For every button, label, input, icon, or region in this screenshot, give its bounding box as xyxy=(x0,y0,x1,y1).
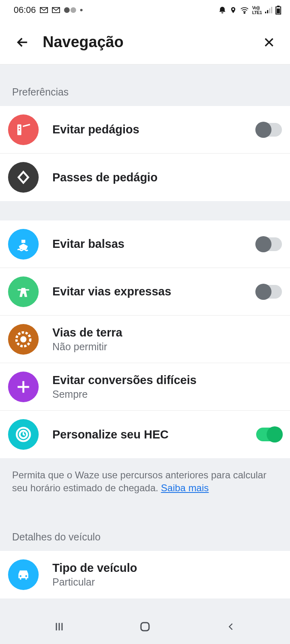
status-right: Vo))LTE1 xyxy=(218,5,281,15)
hec-description: Permita que o Waze use percursos anterio… xyxy=(0,458,290,499)
toggle-personalize-hec[interactable] xyxy=(256,428,282,441)
svg-rect-3 xyxy=(269,8,270,13)
prefs-group-2: Evitar balsas Evitar vias expressas Vias… xyxy=(0,220,290,458)
row-sublabel: Sempre xyxy=(52,388,282,400)
nav-back-button[interactable] xyxy=(219,619,243,635)
row-label: Evitar balsas xyxy=(52,237,256,251)
row-toll-passes[interactable]: Passes de pedágio xyxy=(0,154,290,201)
svg-rect-9 xyxy=(19,126,20,127)
row-label: Evitar vias expressas xyxy=(52,285,256,298)
toggle-avoid-ferries[interactable] xyxy=(256,237,282,251)
svg-rect-4 xyxy=(271,7,272,13)
toggle-avoid-expressways[interactable] xyxy=(256,285,282,299)
status-bar: 06:06 Vo))LTE1 xyxy=(0,0,290,20)
system-nav-bar xyxy=(0,609,290,644)
row-label: Evitar pedágios xyxy=(52,123,256,136)
section-header-preferences: Preferências xyxy=(0,64,290,106)
hec-description-text: Permita que o Waze use percursos anterio… xyxy=(12,469,266,493)
recents-icon xyxy=(54,621,65,632)
svg-rect-1 xyxy=(265,12,266,13)
intersection-icon xyxy=(8,372,39,402)
highway-icon xyxy=(8,276,39,307)
row-sublabel: Particular xyxy=(52,576,282,588)
car-icon xyxy=(8,559,39,590)
section-header-vehicle: Detalhes do veículo xyxy=(0,499,290,551)
row-avoid-hard-turns[interactable]: Evitar conversões difíceis Sempre xyxy=(0,363,290,411)
row-label: Tipo de veículo xyxy=(52,561,282,575)
diamond-icon xyxy=(8,162,39,193)
clock-icon xyxy=(8,419,39,450)
close-button[interactable] xyxy=(260,33,278,51)
learn-more-link[interactable]: Saiba mais xyxy=(161,482,209,493)
lte-icon: Vo))LTE1 xyxy=(252,5,262,15)
svg-point-18 xyxy=(20,575,22,577)
arrow-left-icon xyxy=(16,35,29,49)
spacer xyxy=(0,201,290,220)
battery-icon xyxy=(276,6,281,15)
toll-booth-icon xyxy=(8,114,39,145)
chevron-left-icon xyxy=(226,621,235,632)
nav-recents-button[interactable] xyxy=(47,619,71,635)
svg-rect-10 xyxy=(19,129,20,130)
row-avoid-expressways[interactable]: Evitar vias expressas xyxy=(0,268,290,316)
row-dirt-roads[interactable]: Vias de terra Não permitir xyxy=(0,316,290,363)
row-label: Personalize seu HEC xyxy=(52,428,256,441)
vehicle-group: Tipo de veículo Particular xyxy=(0,551,290,598)
location-icon xyxy=(230,6,237,14)
close-icon xyxy=(263,36,276,49)
svg-point-19 xyxy=(25,575,27,577)
toggle-avoid-tolls[interactable] xyxy=(256,123,282,137)
tire-icon xyxy=(8,324,39,355)
status-time: 06:06 xyxy=(14,5,36,15)
svg-rect-11 xyxy=(23,124,30,127)
svg-point-15 xyxy=(20,336,26,342)
gmail-icon xyxy=(40,6,48,14)
row-label: Vias de terra xyxy=(52,326,282,339)
row-avoid-ferries[interactable]: Evitar balsas xyxy=(0,220,290,268)
row-label: Evitar conversões difíceis xyxy=(52,374,282,387)
svg-rect-20 xyxy=(141,623,149,631)
app-bar: Navegação xyxy=(0,20,290,64)
status-dots-icon xyxy=(64,7,76,13)
page-title: Navegação xyxy=(43,33,260,51)
svg-rect-7 xyxy=(277,8,280,13)
nav-home-button[interactable] xyxy=(133,619,157,635)
row-vehicle-type[interactable]: Tipo de veículo Particular xyxy=(0,551,290,598)
svg-rect-12 xyxy=(21,239,25,243)
row-personalize-hec[interactable]: Personalize seu HEC xyxy=(0,411,290,458)
home-icon xyxy=(139,621,151,633)
row-sublabel: Não permitir xyxy=(52,341,282,353)
alarm-icon xyxy=(218,6,226,14)
gmail-icon-2 xyxy=(52,6,60,14)
svg-rect-2 xyxy=(267,10,268,13)
row-avoid-tolls[interactable]: Evitar pedágios xyxy=(0,106,290,154)
ferry-icon xyxy=(8,229,39,260)
wifi-icon xyxy=(240,6,249,14)
prefs-group-1: Evitar pedágios Passes de pedágio xyxy=(0,106,290,201)
svg-rect-13 xyxy=(18,289,29,290)
svg-point-0 xyxy=(244,12,245,14)
signal-icon xyxy=(265,7,272,13)
back-button[interactable] xyxy=(14,33,31,51)
status-left: 06:06 xyxy=(14,5,83,15)
status-more-icon xyxy=(80,9,83,11)
row-label: Passes de pedágio xyxy=(52,171,282,184)
